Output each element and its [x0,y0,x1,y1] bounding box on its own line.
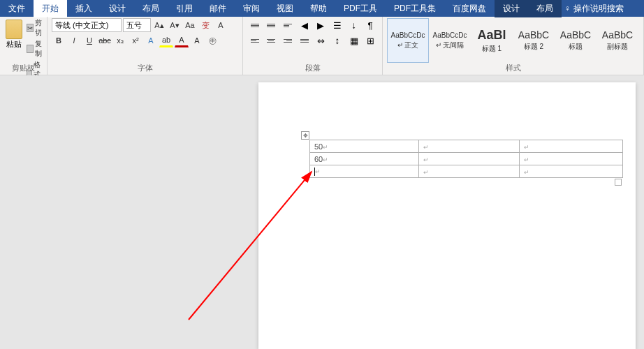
phonetic-guide-button[interactable]: 变 [198,18,212,32]
style-item-4[interactable]: AaBbC标题 [555,18,597,63]
decrease-indent-button[interactable]: ◀ [297,18,312,32]
table-cell[interactable]: ↵ [520,140,623,153]
style-preview: AaBl [477,28,506,43]
table-resize-handle[interactable] [615,179,622,186]
style-preview: AaBbC [560,29,591,40]
highlight-button[interactable]: ab [159,34,173,47]
style-item-1[interactable]: AaBbCcDc↵ 无间隔 [429,18,471,63]
grow-font-button[interactable]: A▴ [152,18,166,32]
enclose-char-button[interactable]: ㊥ [205,34,219,47]
tab-insert[interactable]: 插入 [67,0,101,17]
styles-group-label: 样式 [383,63,643,73]
strikethrough-button[interactable]: abc [98,34,112,47]
paste-icon [6,20,22,39]
numbering-button[interactable] [264,18,279,32]
page[interactable] [258,82,636,349]
font-color-button[interactable]: A [175,34,189,47]
table-cell[interactable]: 50↵ [310,140,419,153]
tab-design[interactable]: 设计 [101,0,134,17]
superscript-button[interactable]: x² [129,34,142,47]
table-move-handle[interactable]: ✥ [301,131,309,140]
paragraph-mark-icon: ↵ [524,169,529,176]
table-row[interactable]: ↵↵↵ [310,165,623,178]
underline-button[interactable]: U [82,34,96,47]
style-name: 副标题 [607,42,628,52]
borders-button[interactable]: ⊞ [363,34,378,47]
style-name: 标题 2 [524,42,543,52]
table-cell[interactable]: ↵ [520,153,623,165]
document-canvas: ✥ 50↵↵↵60↵↵↵↵↵↵ [0,75,644,349]
paragraph-group-label: 段落 [243,63,382,73]
table-row[interactable]: 50↵↵↵ [310,140,623,153]
subscript-button[interactable]: x₂ [113,34,127,47]
style-preview: AaBbC [602,29,633,40]
table-cell[interactable]: ↵ [520,165,623,178]
tab-references[interactable]: 引用 [168,0,201,17]
tab-file[interactable]: 文件 [0,0,34,17]
tab-layout[interactable]: 布局 [134,0,168,17]
font-size-select[interactable] [123,18,151,32]
style-item-5[interactable]: AaBbC副标题 [597,18,638,63]
tab-baidu[interactable]: 百度网盘 [444,0,495,17]
paragraph-mark-icon: ↵ [524,156,529,163]
sort-button[interactable]: ↓ [346,18,362,32]
bullets-button[interactable] [247,18,263,32]
change-case-button[interactable]: Aa [183,18,197,32]
table-cell[interactable]: ↵ [310,165,419,178]
table-cell[interactable]: 60↵ [310,153,419,165]
paragraph-mark-icon: ↵ [423,169,429,176]
style-item-2[interactable]: AaBl标题 1 [471,18,513,63]
bold-button[interactable]: B [52,34,66,47]
style-name: ↵ 正文 [397,40,419,50]
tab-home[interactable]: 开始 [34,0,67,17]
char-border-button[interactable]: A [214,18,228,32]
tab-table-layout[interactable]: 布局 [528,0,562,17]
increase-indent-button[interactable]: ▶ [314,18,329,32]
tab-table-design[interactable]: 设计 [495,0,528,17]
style-item-3[interactable]: AaBbC标题 2 [513,18,555,63]
table-cell[interactable]: ↵ [419,140,520,153]
tab-help[interactable]: 帮助 [302,0,335,17]
cut-label: 剪切 [35,18,45,38]
paragraph-mark-icon: ↵ [423,156,429,163]
distribute-button[interactable]: ⇔ [314,34,329,47]
ribbon: 粘贴 ✂剪切 复制 格式刷 剪贴板 A▴ A▾ Aa 变 A B I U abc… [0,17,644,75]
table-cell[interactable]: ↵ [419,153,520,165]
align-left-button[interactable] [247,34,263,47]
paragraph-mark-icon: ↵ [524,144,529,151]
tab-mail[interactable]: 邮件 [201,0,235,17]
copy-button[interactable]: 复制 [27,39,45,59]
show-marks-button[interactable]: ¶ [363,18,378,32]
tab-view[interactable]: 视图 [268,0,302,17]
text-effects-button[interactable]: A [144,34,158,47]
cut-button[interactable]: ✂剪切 [27,18,45,38]
align-center-button[interactable] [264,34,279,47]
tab-review[interactable]: 审阅 [235,0,268,17]
style-name: 标题 1 [482,44,502,54]
tab-pdf-set[interactable]: PDF工具集 [386,0,444,17]
shading-button[interactable]: ▦ [346,34,362,47]
char-shading-button[interactable]: A [190,34,204,47]
table-cell[interactable]: ↵ [419,165,520,178]
shrink-font-button[interactable]: A▾ [168,18,182,32]
tab-pdf-tool[interactable]: PDF工具 [335,0,386,17]
style-item-0[interactable]: AaBbCcDc↵ 正文 [387,18,429,63]
justify-button[interactable] [297,34,312,47]
asian-button[interactable]: ☰ [330,18,345,32]
font-name-select[interactable] [52,18,122,32]
multilevel-button[interactable] [280,18,295,32]
italic-button[interactable]: I [67,34,81,47]
line-spacing-button[interactable]: ↕ [330,34,345,47]
paragraph-mark-icon: ↵ [315,168,321,175]
copy-label: 复制 [35,39,45,59]
paragraph-group: ◀ ▶ ☰ ↓ ¶ ⇔ ↕ ▦ ⊞ 段落 [243,17,383,75]
align-right-button[interactable] [280,34,295,47]
scissors-icon: ✂ [27,24,34,32]
style-preview: AaBbCcDc [391,31,425,39]
lightbulb-icon: ♀ [564,3,571,13]
style-name: 标题 [569,42,583,52]
style-preview: AaBbCcDc [433,31,467,39]
tell-me-search[interactable]: ♀ 操作说明搜索 [564,3,624,15]
table-row[interactable]: 60↵↵↵ [310,153,623,165]
document-table[interactable]: 50↵↵↵60↵↵↵↵↵↵ [309,140,623,178]
